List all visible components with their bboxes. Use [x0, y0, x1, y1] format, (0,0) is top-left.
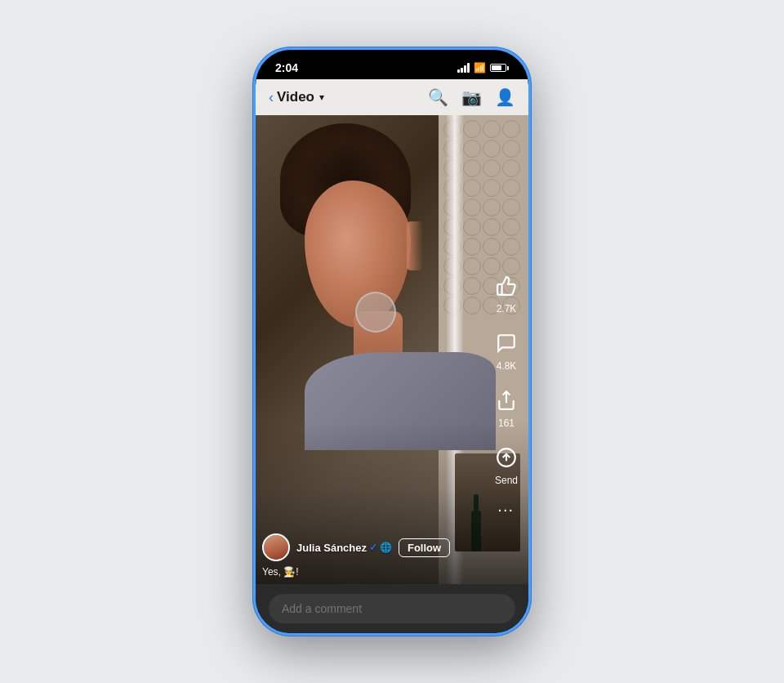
- battery-icon: [490, 64, 509, 72]
- share-icon: [491, 385, 522, 416]
- comment-button[interactable]: 4.8K: [491, 328, 522, 372]
- wifi-icon: 📶: [474, 62, 486, 74]
- nav-title[interactable]: Video: [277, 89, 314, 105]
- touch-ripple: [355, 292, 396, 333]
- video-background: [256, 115, 528, 584]
- like-icon: [491, 270, 522, 301]
- comment-input[interactable]: [269, 594, 515, 623]
- user-info-overlay: Julia Sánchez ✓ 🌐 Follow Yes, 🧑‍🍳!: [262, 533, 479, 578]
- caption-text: Yes, 🧑‍🍳!: [262, 566, 479, 578]
- nav-bar: ‹ Video ▾ 🔍 📷 👤: [256, 79, 528, 115]
- comment-bar: [256, 584, 528, 633]
- verified-badge-icon: ✓: [369, 542, 377, 553]
- more-button[interactable]: ···: [497, 500, 514, 519]
- send-label: Send: [495, 475, 518, 486]
- status-time: 2:04: [275, 61, 298, 74]
- nav-dropdown-icon[interactable]: ▾: [319, 92, 324, 103]
- signal-icon: [457, 63, 470, 73]
- user-avatar[interactable]: [262, 533, 290, 561]
- search-icon[interactable]: 🔍: [428, 87, 448, 107]
- send-button[interactable]: Send: [491, 442, 522, 486]
- share-button[interactable]: 161: [491, 385, 522, 429]
- share-count: 161: [498, 417, 514, 429]
- status-bar: 2:04 📶: [256, 50, 528, 79]
- nav-right-icons: 🔍 📷 👤: [428, 87, 515, 107]
- nav-back-area[interactable]: ‹ Video ▾: [269, 89, 324, 106]
- comment-count: 4.8K: [497, 360, 517, 372]
- phone-device: 2:04 📶: [253, 47, 531, 636]
- phone-screen: 2:04 📶: [256, 50, 528, 633]
- user-row: Julia Sánchez ✓ 🌐 Follow: [262, 533, 479, 561]
- like-count: 2.7K: [497, 303, 517, 315]
- action-buttons-panel: 2.7K 4.8K: [491, 270, 522, 486]
- send-icon: [491, 442, 522, 473]
- back-chevron-icon[interactable]: ‹: [269, 89, 274, 106]
- video-area[interactable]: 2.7K 4.8K: [256, 115, 528, 584]
- camera-icon[interactable]: 📷: [461, 87, 482, 107]
- globe-icon: 🌐: [380, 542, 392, 553]
- user-name: Julia Sánchez ✓ 🌐: [296, 542, 392, 554]
- like-button[interactable]: 2.7K: [491, 270, 522, 315]
- status-icons: 📶: [457, 62, 509, 74]
- profile-icon[interactable]: 👤: [495, 87, 515, 107]
- follow-button[interactable]: Follow: [399, 538, 450, 557]
- comment-icon: [491, 328, 522, 359]
- phone-frame: 2:04 📶: [253, 47, 531, 636]
